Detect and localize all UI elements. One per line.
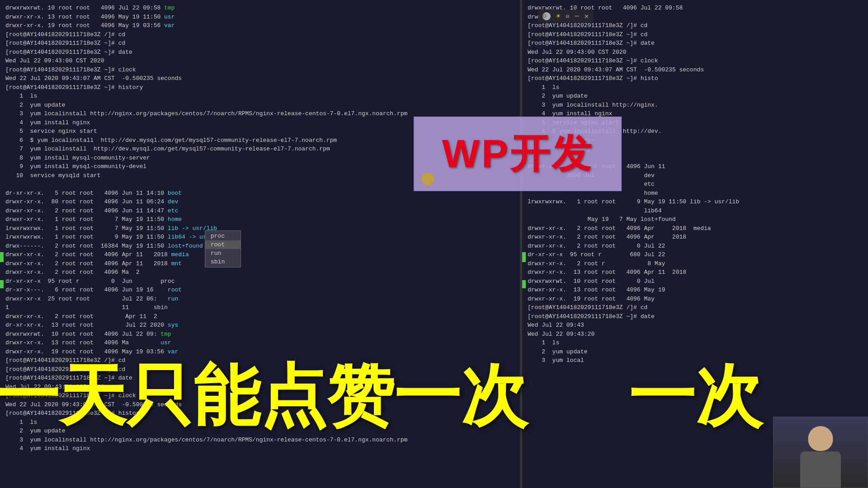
term-line: dr-xr-xr-x 95 root r 680 Jul 22 <box>528 250 863 259</box>
window-controls[interactable]: ○ ☀ ⊟ — ✕ <box>538 10 593 23</box>
term-line: drwxr-xr-x. 2 root r 8 May <box>528 259 863 268</box>
term-line: drwxr-xr-x. 2 root root 4096 Apr 2018 <box>528 233 863 242</box>
term-line: [root@AY1404182029111718e3Z ~]# histo <box>528 74 863 83</box>
term-line: [root@AY1404182029111718e3Z ~]# history <box>5 409 514 418</box>
close-button[interactable]: ✕ <box>584 12 589 21</box>
webcam-preview <box>773 417 868 488</box>
term-line: 4 yum install nginx <box>5 444 514 453</box>
mouse-cursor <box>421 173 434 185</box>
term-line: Wed 22 Jul 2020 09:43:07 AM CST -0.50023… <box>5 400 514 409</box>
term-line: 3 yum localinstall http://nginx. <box>528 101 863 110</box>
menu-item-root[interactable]: root <box>205 240 241 249</box>
minimize-button[interactable]: — <box>575 12 579 20</box>
term-line: [root@AY1404182029111718e3Z ~]# cd <box>528 30 863 39</box>
term-line: drwxr-xr-x. 19 root root 4096 May <box>528 295 863 304</box>
term-line: lrwxrwxrwx. 1 root root 9 May 19 11:50 l… <box>5 233 514 242</box>
term-line: [root@AY1404182029111718e3Z /]# cd <box>528 303 863 312</box>
term-line: [root@AY1404182029111718e3Z ~]# clock <box>5 391 514 400</box>
term-line: drwxr-xr-x. 80 root root 4096 Jun 11 06:… <box>5 197 514 206</box>
term-line: [root@AY1404182029111718e3Z ~]# date <box>5 374 514 383</box>
term-line: drwx------. 2 root root 16384 May 19 11:… <box>5 242 514 251</box>
term-line: drwxr-xr-x. 2 root root 4096 Apr 2018 me… <box>528 224 863 233</box>
term-line: [root@AY1404182029111718e3Z ~]# cd <box>5 365 514 374</box>
term-line: Wed Jul 22 09:43:00 CST 2020 <box>5 383 514 392</box>
term-line: dr-xr-x---. 6 root root 4096 Jun 19 16 r… <box>5 286 514 295</box>
term-line: [root@AY1404182029111718e3Z ~]# clock <box>528 56 863 66</box>
term-line: drwxr-xr-x. 2 root root 4096 Apr 11 2018… <box>5 250 514 259</box>
term-line: drwxr-xr-x. 19 root root 4096 May 19 03:… <box>5 347 514 357</box>
menu-item-proc[interactable]: proc <box>205 232 241 240</box>
term-line: drwxr-xr-x. 2 root root 4096 Ma 2 <box>5 268 514 277</box>
term-line: drwxr-xr-x 25 root root Jul 22 06: run <box>5 295 514 304</box>
term-line: 3 yum localinstall http://nginx.org/pack… <box>5 436 514 445</box>
green-bar-indicator-right-2 <box>522 280 526 288</box>
term-line: [root@AY1404182029111718e3Z ~]# clock <box>5 66 514 75</box>
term-line: [root@AY1404182029111718e3Z /]# cd <box>5 30 514 39</box>
control-circle[interactable]: ○ <box>542 12 551 20</box>
term-line: May 19 7 May lost+found <box>528 215 863 224</box>
term-line: 1 11 sbin <box>5 303 514 312</box>
term-line: drwxr-xr-x. 19 root root 4096 May 19 03:… <box>5 21 514 30</box>
term-line: drwxr-xr-x. 1 root root 7 May 19 11:50 h… <box>5 215 514 224</box>
term-line: 2 yum update <box>5 427 514 436</box>
term-line: 1 ls <box>5 418 514 427</box>
slider-icon[interactable]: ⊟ <box>566 13 569 20</box>
person-head <box>808 426 833 451</box>
menu-item-sbin[interactable]: sbin <box>205 258 241 266</box>
term-line: [root@AY1404182029111718e3Z /]# cd <box>5 356 514 365</box>
term-line: 1 ls <box>5 92 514 101</box>
brightness-icon[interactable]: ☀ <box>556 12 561 21</box>
term-line: Wed Jul 22 09:43:00 CST 2020 <box>5 56 514 66</box>
term-line: 2 yum update <box>528 92 863 101</box>
wp-box-text: WP开发 <box>442 127 593 181</box>
term-line: drwxr-xr-x. 13 root root 4096 May 19 <box>528 286 863 295</box>
term-line: dr-xr-xr-x 95 root r 0 Jun proc <box>5 277 514 286</box>
terminal-left[interactable]: drwxrwxrwt. 10 root root 4096 Jul 22 09:… <box>0 0 520 488</box>
term-line: drwxr-xr-x. 13 root root 4096 Apr 11 201… <box>528 268 863 277</box>
term-line: drwxrwxrwt. 10 root root 4096 Jul 22 09:… <box>5 330 514 339</box>
term-line: 1 ls <box>528 83 863 92</box>
green-bar-indicator-right <box>522 252 526 262</box>
term-line: [root@AY1404182029111718e3Z ~]# history <box>5 83 514 92</box>
wp-box-overlay: WP开发 <box>414 117 622 191</box>
menu-item-run[interactable]: run <box>205 249 241 258</box>
person-body <box>800 451 841 488</box>
term-line: [root@AY1404182029111718e3Z ~]# date <box>528 312 863 321</box>
term-line: Wed 22 Jul 2020 09:43:07 AM CST -0.50023… <box>5 74 514 83</box>
term-line: lrwxrwxrwx. 1 root root 7 May 19 11:50 l… <box>5 224 514 233</box>
term-line: drwxr-xr-x. 13 root root 4096 May 19 11:… <box>5 13 514 22</box>
term-line: 2 yum update <box>5 101 514 110</box>
term-line: drwxr-xr-x. 2 root root 0 Jul 22 <box>528 242 863 251</box>
term-line: dr-xr-xr-x. 13 root root Jul 22 2020 sys <box>5 321 514 330</box>
context-menu[interactable]: proc root run sbin <box>205 230 241 267</box>
term-line: [root@AY1404182029111718e3Z ~]# date <box>5 48 514 57</box>
term-line: drwxrwxrwt. 10 root root 4096 Jul 22 09:… <box>5 4 514 13</box>
term-line: 1 ls <box>528 338 863 347</box>
green-bar-indicator-2 <box>0 280 4 288</box>
term-line: drwxr-xr-x. 13 root root 4096 Ma usr <box>5 338 514 347</box>
term-line: 3 yum local <box>528 356 863 365</box>
term-line: [root@AY1404182029111718e3Z ~]# cd <box>5 39 514 48</box>
term-line: Wed 22 Jul 2020 09:43:07 AM CST -0.50023… <box>528 66 863 75</box>
term-line: Wed Jul 22 09:43:20 <box>528 330 863 339</box>
term-line: Wed Jul 22 09:43:00 CST 2020 <box>528 48 863 57</box>
term-line: Wed Jul 22 09:43 <box>528 321 863 330</box>
terminal-right[interactable]: drwxrwxrwt. 10 root root 4096 Jul 22 09:… <box>522 0 868 488</box>
term-line: [root@AY1404182029111718e3Z ~]# date <box>528 39 863 48</box>
term-line: drwxrwxrwt. 10 root root 0 Jul <box>528 277 863 286</box>
green-bar-indicator <box>0 252 4 262</box>
term-line: lib64 <box>528 206 863 216</box>
term-line: 2 yum update <box>528 347 863 357</box>
term-line: lrwxrwxrwx. 1 root root 9 May 19 11:50 l… <box>528 197 863 206</box>
term-line: drwxr-xr-x. 2 root root 4096 Apr 11 2018… <box>5 259 514 268</box>
term-line: drwxr-xr-x. 2 root root Apr 11 2 <box>5 312 514 321</box>
term-line: drwxr-xr-x. 2 root root 4096 Jun 11 14:4… <box>5 206 514 216</box>
webcam-person <box>774 417 868 488</box>
